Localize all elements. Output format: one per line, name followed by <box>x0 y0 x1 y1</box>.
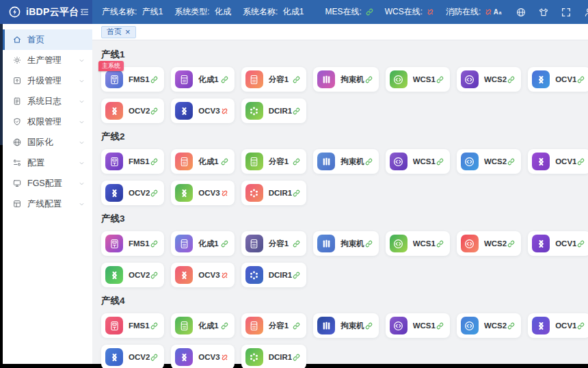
system-card[interactable]: FMS1 <box>101 313 164 338</box>
globe-icon[interactable] <box>516 7 526 18</box>
broken-link-icon <box>220 107 229 116</box>
collapse-sidebar-icon[interactable] <box>79 7 90 17</box>
info-label: 系统名称: <box>243 7 280 16</box>
link-icon <box>576 157 585 166</box>
system-card[interactable]: FMS1 主系统 <box>101 67 164 92</box>
sidebar-item-label: 权限管理 <box>27 116 62 128</box>
system-card[interactable]: 分容1 <box>241 67 307 92</box>
sidebar-item-fgs-config[interactable]: FGS配置 <box>3 173 92 194</box>
header-status-item: 消防在线: <box>446 6 493 18</box>
close-icon[interactable]: × <box>125 27 131 36</box>
machine-icon <box>245 317 263 334</box>
system-card[interactable]: 化成1 <box>171 231 234 256</box>
system-card[interactable]: OCV3 <box>171 345 234 368</box>
card-label: 化成1 <box>198 239 219 249</box>
info-label: 产线名称: <box>102 7 139 16</box>
card-label: 拘束机 <box>340 321 364 331</box>
card-grid: FMS1 主系统 化成1 分容1 拘束机 WCS1 WCS2 OCV1 OCV2… <box>101 67 579 123</box>
sidebar-item-home[interactable]: 首页 <box>3 29 92 50</box>
card-label: DCIR1 <box>269 353 293 361</box>
system-card[interactable]: WCS2 <box>457 231 521 256</box>
section-title: 产线2 <box>101 131 579 143</box>
card-label: OCV1 <box>555 321 576 330</box>
system-card[interactable]: 拘束机 <box>313 149 379 174</box>
system-card[interactable]: WCS2 <box>457 313 521 338</box>
user-icon[interactable] <box>583 7 588 18</box>
system-card[interactable]: 化成1 <box>171 313 234 338</box>
system-card[interactable]: 分容1 <box>241 313 307 338</box>
chevron-down-icon <box>78 139 85 146</box>
system-card[interactable]: DCIR1 <box>241 345 307 368</box>
system-card[interactable]: FMS1 <box>101 231 164 256</box>
log-icon <box>12 96 22 106</box>
card-label: DCIR1 <box>269 189 293 197</box>
card-label: WCS1 <box>413 321 436 330</box>
sidebar-item-i18n[interactable]: 国际化 <box>3 132 92 153</box>
system-card[interactable]: DCIR1 <box>241 263 307 287</box>
system-card[interactable]: OCV2 <box>101 263 164 287</box>
system-card[interactable]: 拘束机 <box>313 313 379 338</box>
ocv-icon <box>532 317 550 334</box>
system-card[interactable]: WCS2 <box>457 149 521 174</box>
font-size-icon[interactable]: Aa <box>493 7 504 18</box>
card-label: OCV3 <box>198 107 219 115</box>
config-icon <box>12 158 22 168</box>
system-card[interactable]: OCV2 <box>101 181 164 205</box>
machine-icon <box>245 153 263 170</box>
header-status-item: WCS在线: <box>385 6 435 18</box>
dcir-icon <box>245 102 263 120</box>
sidebar-item-upgrade[interactable]: 升级管理 <box>3 70 92 91</box>
link-icon <box>150 157 159 166</box>
ocv-icon <box>532 235 550 252</box>
info-label: 系统类型: <box>174 7 212 16</box>
home-icon <box>12 35 22 44</box>
system-card[interactable]: 拘束机 <box>313 67 379 92</box>
system-card[interactable]: 化成1 <box>171 67 234 92</box>
sidebar-item-config[interactable]: 配置 <box>3 153 92 173</box>
sidebar-item-line-config[interactable]: 产线配置 <box>3 194 92 214</box>
theme-icon[interactable] <box>538 7 549 18</box>
system-card[interactable]: 化成1 <box>171 149 234 174</box>
link-icon <box>292 271 301 280</box>
system-card[interactable]: OCV1 <box>528 313 588 338</box>
system-card[interactable]: OCV3 <box>171 98 234 123</box>
sidebar-item-system-logs[interactable]: 系统日志 <box>3 91 92 111</box>
sidebar-item-label: 配置 <box>27 157 44 169</box>
link-icon <box>292 189 301 198</box>
main-content: 首页 × 产线1 FMS1 主系统 化成1 分容1 拘束机 WCS1 WCS2 … <box>92 24 588 364</box>
system-card[interactable]: OCV3 <box>171 181 234 205</box>
system-card[interactable]: OCV2 <box>101 345 164 368</box>
system-card[interactable]: WCS2 <box>457 67 521 92</box>
system-card[interactable]: 分容1 <box>241 149 307 174</box>
link-icon <box>364 157 373 166</box>
fullscreen-icon[interactable] <box>561 7 572 18</box>
sidebar-item-permissions[interactable]: 权限管理 <box>3 111 92 132</box>
link-icon <box>150 239 159 248</box>
sidebar-item-production[interactable]: 生产管理 <box>3 50 92 70</box>
tab-bar: 首页 × <box>92 24 588 40</box>
card-label: 化成1 <box>198 75 219 85</box>
card-label: WCS1 <box>413 239 436 248</box>
system-card[interactable]: OCV1 <box>528 67 588 92</box>
system-card[interactable]: WCS1 <box>386 231 450 256</box>
tab-home[interactable]: 首页 × <box>101 26 136 38</box>
system-card[interactable]: 分容1 <box>241 231 307 256</box>
system-card[interactable]: WCS1 <box>386 313 450 338</box>
link-icon <box>576 239 585 248</box>
production-line-section: 产线2 FMS1 化成1 分容1 拘束机 WCS1 WCS2 OCV1 OCV2… <box>101 131 579 205</box>
system-card[interactable]: DCIR1 <box>241 181 307 205</box>
system-card[interactable]: WCS1 <box>386 149 450 174</box>
books-icon <box>317 70 335 88</box>
system-card[interactable]: OCV3 <box>171 263 234 287</box>
ocv-icon <box>105 102 123 120</box>
system-card[interactable]: 拘束机 <box>313 231 379 256</box>
system-card[interactable]: FMS1 <box>101 149 164 174</box>
system-card[interactable]: DCIR1 <box>241 98 307 123</box>
system-card[interactable]: OCV1 <box>528 231 588 256</box>
system-card[interactable]: OCV2 <box>101 98 164 123</box>
app-header: iBDP云平台 产线名称: 产线1 系统类型: 化成 系统名称: 化成1 MES… <box>0 0 588 24</box>
info-value: 化成1 <box>283 7 304 16</box>
fms-icon <box>105 317 123 334</box>
system-card[interactable]: OCV1 <box>528 149 588 174</box>
system-card[interactable]: WCS1 <box>386 67 450 92</box>
